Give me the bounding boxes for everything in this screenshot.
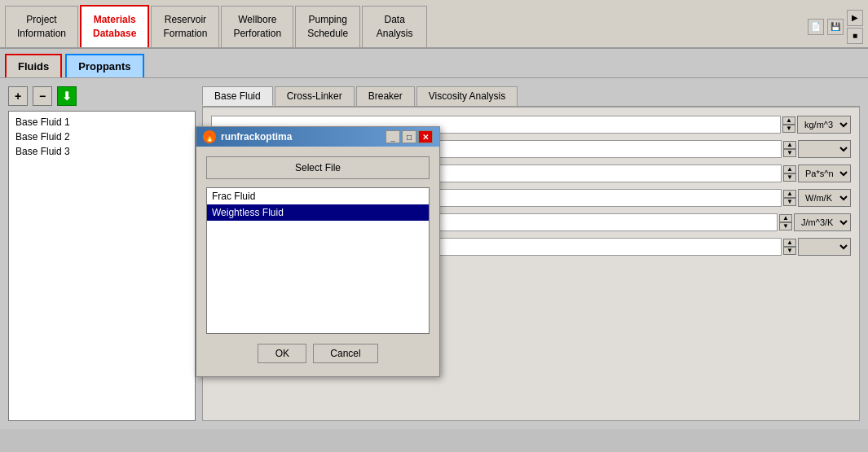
modal-dialog: 🔥 runfrackoptima _ □ ✕ Select File Frac … xyxy=(196,126,440,377)
tab-breaker[interactable]: Breaker xyxy=(356,86,415,106)
modal-titlebar: 🔥 runfrackoptima _ □ ✕ xyxy=(196,127,439,147)
remove-button[interactable]: − xyxy=(33,86,52,106)
modal-controls: _ □ ✕ xyxy=(386,130,433,143)
spinner-down[interactable]: ▼ xyxy=(779,222,792,230)
unit-6[interactable] xyxy=(798,238,851,256)
tab-project-info[interactable]: Project Information xyxy=(5,6,78,47)
spinner-2: ▲ ▼ xyxy=(783,141,796,157)
minimize-button[interactable]: _ xyxy=(386,130,400,143)
restore-button[interactable]: □ xyxy=(402,130,416,143)
tab-pumping-schedule[interactable]: Pumping Schedule xyxy=(295,6,360,47)
spinner-up[interactable]: ▲ xyxy=(782,116,795,125)
sub-tab-fluids[interactable]: Fluids xyxy=(5,54,62,77)
tab-materials-db[interactable]: Materials Database xyxy=(80,5,149,47)
unit-3[interactable]: Pa*s^n xyxy=(798,165,851,182)
ok-button[interactable]: OK xyxy=(258,344,306,363)
density-spinner: ▲ ▼ xyxy=(782,116,795,133)
modal-title-text: runfrackoptima xyxy=(221,131,292,143)
inner-tabs: Base Fluid Cross-Linker Breaker Viscosit… xyxy=(202,86,860,107)
spinner-6: ▲ ▼ xyxy=(783,239,796,255)
nav-icon-3[interactable]: ▶ xyxy=(847,10,863,26)
modal-footer: OK Cancel xyxy=(206,344,430,366)
spinner-5: ▲ ▼ xyxy=(779,214,792,230)
spinner-4: ▲ ▼ xyxy=(783,190,796,206)
list-item[interactable]: Base Fluid 1 xyxy=(12,115,192,129)
listbox-item-weightless-fluid[interactable]: Weightless Fluid xyxy=(207,204,429,221)
tab-wellbore-perforation[interactable]: Wellbore Perforation xyxy=(221,6,293,47)
spinner-down[interactable]: ▼ xyxy=(783,198,796,206)
left-toolbar: + − ⬇ xyxy=(8,86,196,106)
nav-icon-4[interactable]: ■ xyxy=(847,28,863,44)
tab-base-fluid[interactable]: Base Fluid xyxy=(202,86,273,106)
tab-viscosity-analysis[interactable]: Viscosity Analysis xyxy=(416,86,518,106)
density-unit[interactable]: kg/m^3 xyxy=(797,116,851,134)
fluid-list: Base Fluid 1 Base Fluid 2 Base Fluid 3 xyxy=(8,111,196,421)
modal-body: Select File Frac Fluid Weightless Fluid … xyxy=(196,147,439,376)
modal-title-icon: 🔥 xyxy=(203,130,216,143)
sub-tabs: Fluids Proppants xyxy=(0,49,868,78)
nav-icons: 📄 💾 ▶ ■ xyxy=(808,10,863,47)
spinner-down[interactable]: ▼ xyxy=(783,173,796,182)
cancel-button[interactable]: Cancel xyxy=(313,344,377,363)
spinner-3: ▲ ▼ xyxy=(783,165,796,182)
tab-cross-linker[interactable]: Cross-Linker xyxy=(275,86,355,106)
modal-title-left: 🔥 runfrackoptima xyxy=(203,130,292,143)
tab-reservoir-formation[interactable]: Reservoir Formation xyxy=(151,6,219,47)
tab-data-analysis[interactable]: Data Analysis xyxy=(362,6,427,47)
nav-icon-2[interactable]: 💾 xyxy=(827,19,844,35)
nav-tabs: Project Information Materials Database R… xyxy=(0,0,868,49)
spinner-down[interactable]: ▼ xyxy=(783,247,796,255)
unit-5[interactable]: J/m^3/K xyxy=(794,213,851,231)
nav-icon-1[interactable]: 📄 xyxy=(808,19,824,35)
unit-4[interactable]: W/m/K xyxy=(798,189,851,207)
spinner-down[interactable]: ▼ xyxy=(782,125,795,133)
spinner-down[interactable]: ▼ xyxy=(783,149,796,157)
add-button[interactable]: + xyxy=(8,86,28,106)
spinner-up[interactable]: ▲ xyxy=(783,165,796,173)
spinner-up[interactable]: ▲ xyxy=(783,141,796,149)
list-item[interactable]: Base Fluid 3 xyxy=(12,144,192,159)
fluid-listbox[interactable]: Frac Fluid Weightless Fluid xyxy=(206,187,430,334)
close-button[interactable]: ✕ xyxy=(418,130,433,143)
spinner-up[interactable]: ▲ xyxy=(783,239,796,247)
spinner-up[interactable]: ▲ xyxy=(779,214,792,222)
sub-tab-proppants[interactable]: Proppants xyxy=(65,54,143,77)
left-panel: + − ⬇ Base Fluid 1 Base Fluid 2 Base Flu… xyxy=(8,86,196,421)
unit-2[interactable] xyxy=(798,140,851,158)
download-button[interactable]: ⬇ xyxy=(57,86,77,106)
list-item[interactable]: Base Fluid 2 xyxy=(12,129,192,144)
spinner-up[interactable]: ▲ xyxy=(783,190,796,198)
listbox-item-frac-fluid[interactable]: Frac Fluid xyxy=(207,188,429,204)
select-file-button[interactable]: Select File xyxy=(206,156,430,179)
